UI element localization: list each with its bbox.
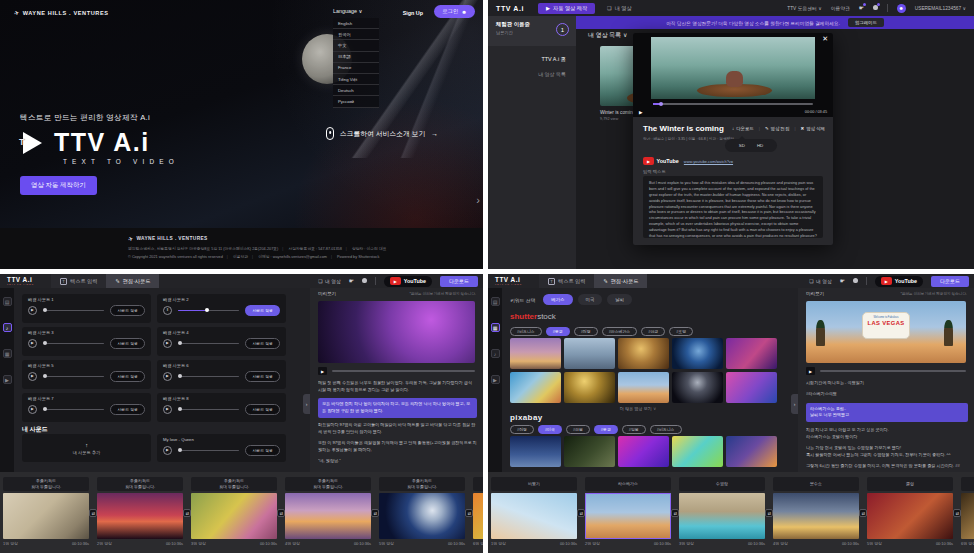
sound-progress-slider[interactable] xyxy=(43,409,104,411)
play-icon[interactable]: ▶‖ xyxy=(163,372,172,381)
clip-thumbnail[interactable] xyxy=(3,493,89,539)
play-icon[interactable]: ▶‖ xyxy=(163,306,172,315)
apply-sound-button[interactable]: 사운드 적용 xyxy=(245,305,280,316)
slider-knob[interactable] xyxy=(178,341,182,345)
footer-terms-link[interactable]: 이용약관 xyxy=(233,255,248,259)
language-option[interactable]: English xyxy=(333,18,379,29)
stock-video-thumbnail[interactable] xyxy=(726,436,777,467)
sound-progress-slider[interactable] xyxy=(43,310,104,312)
youtube-link[interactable]: www.youtube.com/watch?v= xyxy=(684,159,733,164)
hand-icon[interactable]: ☛ xyxy=(859,5,864,11)
play-icon[interactable]: ▶ xyxy=(163,446,172,455)
timeline-clip[interactable]: 분수쇼 4번 영상 00:10:36s ⇄ xyxy=(773,477,859,553)
timeline-clip[interactable]: 6번 영상 00:10:36s ⇄ xyxy=(961,477,974,553)
clip-thumbnail[interactable] xyxy=(867,493,953,539)
clip-thumbnail[interactable] xyxy=(961,493,974,539)
language-option[interactable]: France xyxy=(333,63,379,74)
download-button[interactable]: 다운로드 xyxy=(440,276,478,287)
apply-sound-button[interactable]: 사운드 적용 xyxy=(245,445,280,456)
stock-video-thumbnail[interactable] xyxy=(672,338,723,369)
slider-knob[interactable] xyxy=(178,407,182,411)
language-option[interactable]: Русский xyxy=(333,96,379,107)
hand-icon[interactable]: ☛ xyxy=(840,278,845,284)
user-menu[interactable]: USEREMAIL1234567 ∨ xyxy=(915,6,966,11)
clip-thumbnail[interactable] xyxy=(379,493,465,539)
apply-sound-button[interactable]: 사운드 적용 xyxy=(245,338,280,349)
sd-option[interactable]: SD xyxy=(739,143,745,148)
transition-icon[interactable]: ⇄ xyxy=(859,509,867,517)
apply-sound-button[interactable]: 사운드 적용 xyxy=(245,371,280,382)
clip-thumbnail[interactable] xyxy=(97,493,183,539)
app-logo[interactable]: TTV A.i TEXT TO VIDEO xyxy=(7,277,51,285)
script-paragraph[interactable]: 또한 이 97명의 아이들은 예절법을 기억해야 했고 단체 활동용(+고아원을… xyxy=(318,440,477,454)
timeline-clip[interactable]: 수영장 3번 영상 00:10:36s ⇄ xyxy=(679,477,765,553)
clip-thumbnail[interactable] xyxy=(679,493,765,539)
rail-video-icon[interactable]: ▶ xyxy=(3,375,12,384)
clip-thumbnail[interactable] xyxy=(773,493,859,539)
transition-icon[interactable]: ⇄ xyxy=(371,509,379,517)
play-icon[interactable]: ▶‖ xyxy=(28,372,37,381)
slider-knob[interactable] xyxy=(43,374,47,378)
timeline-clip[interactable]: 추출키워드 최대 두줄입니다. 1번 영상 00:10:36s ⇄ xyxy=(3,477,89,553)
keyword-chip[interactable]: 날씨 xyxy=(607,294,632,305)
rail-image-icon[interactable]: ▦ xyxy=(3,349,12,358)
timeline-clip[interactable]: 추출키워드 최대 두줄입니다. 2번 영상 00:10:36s ⇄ xyxy=(97,477,183,553)
play-icon[interactable]: ▶‖ xyxy=(28,339,37,348)
slider-knob[interactable] xyxy=(43,308,47,312)
upgrade-button[interactable]: 업그레이드 xyxy=(848,18,884,27)
tag-chip[interactable]: #비즈니스 xyxy=(650,425,682,434)
script-paragraph[interactable]: 나는 가장 먼저 호텔에 있는 수영장을 가보기로 했다! 혹시 쌀쌀하면 어쩌… xyxy=(806,445,968,459)
play-icon[interactable]: ▶ xyxy=(318,367,327,375)
clip-thumbnail[interactable] xyxy=(491,493,577,539)
play-icon[interactable]: ▶‖ xyxy=(28,405,37,414)
stock-video-thumbnail[interactable] xyxy=(564,338,615,369)
script-paragraph[interactable]: 그렇게 6시간 동안 즐기던 수영을 마치고, 이제 본격적인 밤 문화를 즐길… xyxy=(806,463,968,468)
sidebar-item-my-video-list[interactable]: 내 영상 목록 xyxy=(488,71,566,77)
tag-chip[interactable]: #일몰 xyxy=(622,425,646,434)
stock-video-thumbnail[interactable] xyxy=(726,338,777,369)
login-button[interactable]: 로그인 ☻ xyxy=(434,5,475,18)
tag-chip[interactable]: #비즈니스 xyxy=(510,327,542,336)
bell-icon[interactable] xyxy=(873,5,878,11)
stock-video-thumbnail[interactable] xyxy=(564,436,615,467)
script-paragraph[interactable]: "네, 원장님." xyxy=(318,458,477,465)
transition-icon[interactable]: ⇄ xyxy=(765,509,773,517)
stock-video-thumbnail[interactable] xyxy=(564,372,615,403)
slider-knob[interactable] xyxy=(178,448,182,452)
rail-image-icon[interactable]: ▦ xyxy=(491,323,500,332)
sound-progress-slider[interactable] xyxy=(178,310,239,312)
language-option[interactable]: 한국어 xyxy=(333,29,379,40)
panel-collapse-handle[interactable]: › xyxy=(791,394,798,414)
play-icon[interactable]: ▶‖ xyxy=(163,339,172,348)
tab-edit-sound[interactable]: ✎ 편집·사운드 xyxy=(594,274,647,288)
timeline-clip[interactable]: 추출키워드 최대 두줄입니다. 3번 영상 00:10:36s ⇄ xyxy=(191,477,277,553)
sound-progress-slider[interactable] xyxy=(178,343,239,345)
terms-link[interactable]: 이용약관 xyxy=(831,5,850,11)
youtube-upload-button[interactable]: ▶ YouTube xyxy=(384,276,432,287)
stock-video-thumbnail[interactable] xyxy=(510,436,561,467)
input-text-box[interactable]: But I must explain to you how all this m… xyxy=(643,176,823,238)
more-videos-link[interactable]: 더 많은 영상 보기 ∨ xyxy=(488,406,788,411)
sidebar-item-home[interactable]: TTV A.i 홈 xyxy=(488,56,566,63)
stock-video-thumbnail[interactable] xyxy=(618,372,669,403)
stock-video-thumbnail[interactable] xyxy=(510,372,561,403)
apply-sound-button[interactable]: 사운드 적용 xyxy=(245,404,280,415)
seek-knob[interactable] xyxy=(659,102,663,106)
clip-thumbnail[interactable] xyxy=(585,493,671,539)
transition-icon[interactable]: ⇄ xyxy=(953,509,961,517)
tag-chip[interactable]: #여행 xyxy=(574,327,598,336)
clip-thumbnail[interactable] xyxy=(191,493,277,539)
stock-video-thumbnail[interactable] xyxy=(672,372,723,403)
script-paragraph[interactable]: 지금 지나고 보니 아쉽고 또 가고 싶은 곳이다. 라스베가스는 호텔이 짱이… xyxy=(806,427,968,441)
script-paragraph[interactable]: 모든 바닥엔 먼지 하나 없이 닦여져야 하고, 모든 의자엔 낙서 하나 없어… xyxy=(318,398,477,418)
waynehills-logo[interactable]: ✈ WAYNE HILLS . VENTURES xyxy=(14,9,109,16)
transition-icon[interactable]: ⇄ xyxy=(465,509,473,517)
tag-chip[interactable]: #야경 xyxy=(641,327,665,336)
app-logo[interactable]: TTV A.i xyxy=(496,5,524,12)
panel-collapse-handle[interactable]: › xyxy=(303,394,310,414)
play-icon[interactable]: ▶ xyxy=(639,110,643,115)
youtube-upload-button[interactable]: ▶ YouTube xyxy=(875,276,923,287)
preview-seek-bar[interactable] xyxy=(332,370,475,372)
delete-video-button[interactable]: ✖영상 삭제 xyxy=(801,126,825,131)
stock-video-thumbnail[interactable] xyxy=(726,372,777,403)
